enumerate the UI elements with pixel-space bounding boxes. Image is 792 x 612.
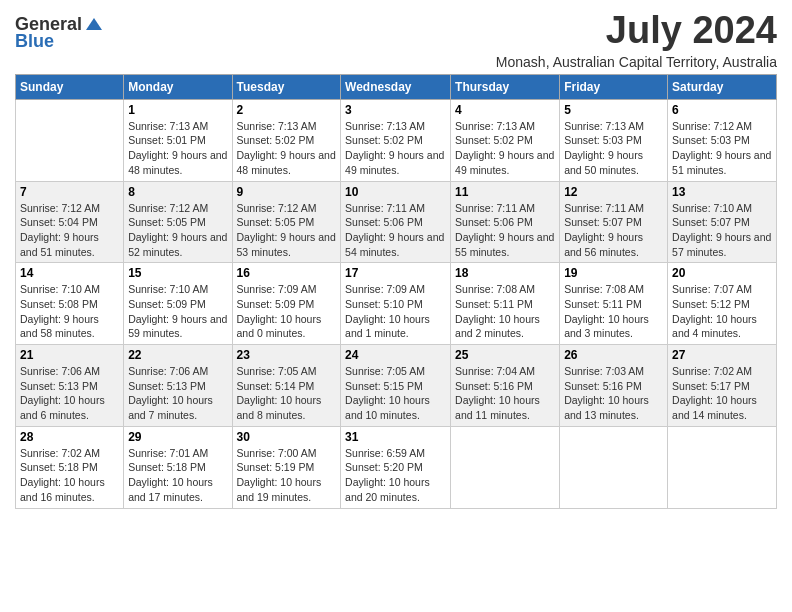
day-info: Sunrise: 7:06 AMSunset: 5:13 PMDaylight:… bbox=[128, 364, 227, 423]
table-row: 1Sunrise: 7:13 AMSunset: 5:01 PMDaylight… bbox=[124, 99, 232, 181]
day-number: 10 bbox=[345, 185, 446, 199]
month-title: July 2024 bbox=[496, 10, 777, 52]
calendar-week-row: 21Sunrise: 7:06 AMSunset: 5:13 PMDayligh… bbox=[16, 345, 777, 427]
day-number: 7 bbox=[20, 185, 119, 199]
table-row: 30Sunrise: 7:00 AMSunset: 5:19 PMDayligh… bbox=[232, 426, 341, 508]
calendar-week-row: 14Sunrise: 7:10 AMSunset: 5:08 PMDayligh… bbox=[16, 263, 777, 345]
day-info: Sunrise: 7:10 AMSunset: 5:09 PMDaylight:… bbox=[128, 282, 227, 341]
table-row: 26Sunrise: 7:03 AMSunset: 5:16 PMDayligh… bbox=[560, 345, 668, 427]
table-row: 15Sunrise: 7:10 AMSunset: 5:09 PMDayligh… bbox=[124, 263, 232, 345]
day-number: 8 bbox=[128, 185, 227, 199]
logo: General Blue bbox=[15, 14, 104, 52]
table-row: 9Sunrise: 7:12 AMSunset: 5:05 PMDaylight… bbox=[232, 181, 341, 263]
day-info: Sunrise: 7:09 AMSunset: 5:10 PMDaylight:… bbox=[345, 282, 446, 341]
day-info: Sunrise: 7:04 AMSunset: 5:16 PMDaylight:… bbox=[455, 364, 555, 423]
day-info: Sunrise: 7:11 AMSunset: 5:06 PMDaylight:… bbox=[345, 201, 446, 260]
table-row: 12Sunrise: 7:11 AMSunset: 5:07 PMDayligh… bbox=[560, 181, 668, 263]
table-row: 21Sunrise: 7:06 AMSunset: 5:13 PMDayligh… bbox=[16, 345, 124, 427]
day-number: 18 bbox=[455, 266, 555, 280]
day-number: 22 bbox=[128, 348, 227, 362]
table-row: 14Sunrise: 7:10 AMSunset: 5:08 PMDayligh… bbox=[16, 263, 124, 345]
day-info: Sunrise: 7:00 AMSunset: 5:19 PMDaylight:… bbox=[237, 446, 337, 505]
table-row: 2Sunrise: 7:13 AMSunset: 5:02 PMDaylight… bbox=[232, 99, 341, 181]
day-number: 1 bbox=[128, 103, 227, 117]
day-info: Sunrise: 7:07 AMSunset: 5:12 PMDaylight:… bbox=[672, 282, 772, 341]
day-info: Sunrise: 7:12 AMSunset: 5:04 PMDaylight:… bbox=[20, 201, 119, 260]
table-row: 10Sunrise: 7:11 AMSunset: 5:06 PMDayligh… bbox=[341, 181, 451, 263]
day-number: 11 bbox=[455, 185, 555, 199]
day-number: 14 bbox=[20, 266, 119, 280]
table-row: 13Sunrise: 7:10 AMSunset: 5:07 PMDayligh… bbox=[668, 181, 777, 263]
day-number: 25 bbox=[455, 348, 555, 362]
day-info: Sunrise: 7:03 AMSunset: 5:16 PMDaylight:… bbox=[564, 364, 663, 423]
day-number: 15 bbox=[128, 266, 227, 280]
table-row: 22Sunrise: 7:06 AMSunset: 5:13 PMDayligh… bbox=[124, 345, 232, 427]
calendar-week-row: 1Sunrise: 7:13 AMSunset: 5:01 PMDaylight… bbox=[16, 99, 777, 181]
day-info: Sunrise: 7:02 AMSunset: 5:18 PMDaylight:… bbox=[20, 446, 119, 505]
day-info: Sunrise: 7:09 AMSunset: 5:09 PMDaylight:… bbox=[237, 282, 337, 341]
header-monday: Monday bbox=[124, 74, 232, 99]
header-friday: Friday bbox=[560, 74, 668, 99]
day-number: 13 bbox=[672, 185, 772, 199]
table-row: 8Sunrise: 7:12 AMSunset: 5:05 PMDaylight… bbox=[124, 181, 232, 263]
day-info: Sunrise: 7:12 AMSunset: 5:03 PMDaylight:… bbox=[672, 119, 772, 178]
table-row bbox=[668, 426, 777, 508]
day-number: 28 bbox=[20, 430, 119, 444]
header-thursday: Thursday bbox=[451, 74, 560, 99]
day-info: Sunrise: 7:13 AMSunset: 5:02 PMDaylight:… bbox=[237, 119, 337, 178]
day-info: Sunrise: 7:10 AMSunset: 5:07 PMDaylight:… bbox=[672, 201, 772, 260]
day-number: 27 bbox=[672, 348, 772, 362]
day-number: 24 bbox=[345, 348, 446, 362]
day-number: 6 bbox=[672, 103, 772, 117]
calendar-week-row: 28Sunrise: 7:02 AMSunset: 5:18 PMDayligh… bbox=[16, 426, 777, 508]
day-info: Sunrise: 7:13 AMSunset: 5:02 PMDaylight:… bbox=[345, 119, 446, 178]
day-info: Sunrise: 7:05 AMSunset: 5:14 PMDaylight:… bbox=[237, 364, 337, 423]
day-number: 17 bbox=[345, 266, 446, 280]
day-info: Sunrise: 7:08 AMSunset: 5:11 PMDaylight:… bbox=[564, 282, 663, 341]
day-info: Sunrise: 7:02 AMSunset: 5:17 PMDaylight:… bbox=[672, 364, 772, 423]
day-info: Sunrise: 7:08 AMSunset: 5:11 PMDaylight:… bbox=[455, 282, 555, 341]
table-row: 5Sunrise: 7:13 AMSunset: 5:03 PMDaylight… bbox=[560, 99, 668, 181]
logo-icon bbox=[84, 16, 104, 34]
day-number: 2 bbox=[237, 103, 337, 117]
table-row bbox=[451, 426, 560, 508]
day-number: 23 bbox=[237, 348, 337, 362]
table-row: 25Sunrise: 7:04 AMSunset: 5:16 PMDayligh… bbox=[451, 345, 560, 427]
day-info: Sunrise: 7:01 AMSunset: 5:18 PMDaylight:… bbox=[128, 446, 227, 505]
day-number: 30 bbox=[237, 430, 337, 444]
day-info: Sunrise: 7:06 AMSunset: 5:13 PMDaylight:… bbox=[20, 364, 119, 423]
day-number: 21 bbox=[20, 348, 119, 362]
day-info: Sunrise: 7:12 AMSunset: 5:05 PMDaylight:… bbox=[128, 201, 227, 260]
day-number: 9 bbox=[237, 185, 337, 199]
day-info: Sunrise: 7:12 AMSunset: 5:05 PMDaylight:… bbox=[237, 201, 337, 260]
table-row: 27Sunrise: 7:02 AMSunset: 5:17 PMDayligh… bbox=[668, 345, 777, 427]
calendar-table: Sunday Monday Tuesday Wednesday Thursday… bbox=[15, 74, 777, 509]
day-number: 4 bbox=[455, 103, 555, 117]
table-row: 20Sunrise: 7:07 AMSunset: 5:12 PMDayligh… bbox=[668, 263, 777, 345]
day-number: 20 bbox=[672, 266, 772, 280]
day-info: Sunrise: 7:05 AMSunset: 5:15 PMDaylight:… bbox=[345, 364, 446, 423]
title-area: July 2024 Monash, Australian Capital Ter… bbox=[496, 10, 777, 70]
table-row: 24Sunrise: 7:05 AMSunset: 5:15 PMDayligh… bbox=[341, 345, 451, 427]
header-sunday: Sunday bbox=[16, 74, 124, 99]
svg-marker-0 bbox=[86, 18, 102, 30]
day-number: 3 bbox=[345, 103, 446, 117]
table-row: 4Sunrise: 7:13 AMSunset: 5:02 PMDaylight… bbox=[451, 99, 560, 181]
header-saturday: Saturday bbox=[668, 74, 777, 99]
table-row: 31Sunrise: 6:59 AMSunset: 5:20 PMDayligh… bbox=[341, 426, 451, 508]
day-info: Sunrise: 7:10 AMSunset: 5:08 PMDaylight:… bbox=[20, 282, 119, 341]
day-info: Sunrise: 7:11 AMSunset: 5:07 PMDaylight:… bbox=[564, 201, 663, 260]
header-wednesday: Wednesday bbox=[341, 74, 451, 99]
table-row: 23Sunrise: 7:05 AMSunset: 5:14 PMDayligh… bbox=[232, 345, 341, 427]
day-number: 12 bbox=[564, 185, 663, 199]
day-number: 26 bbox=[564, 348, 663, 362]
day-number: 19 bbox=[564, 266, 663, 280]
table-row: 29Sunrise: 7:01 AMSunset: 5:18 PMDayligh… bbox=[124, 426, 232, 508]
day-info: Sunrise: 6:59 AMSunset: 5:20 PMDaylight:… bbox=[345, 446, 446, 505]
day-number: 5 bbox=[564, 103, 663, 117]
table-row: 3Sunrise: 7:13 AMSunset: 5:02 PMDaylight… bbox=[341, 99, 451, 181]
day-info: Sunrise: 7:13 AMSunset: 5:03 PMDaylight:… bbox=[564, 119, 663, 178]
table-row bbox=[16, 99, 124, 181]
day-number: 16 bbox=[237, 266, 337, 280]
day-number: 31 bbox=[345, 430, 446, 444]
